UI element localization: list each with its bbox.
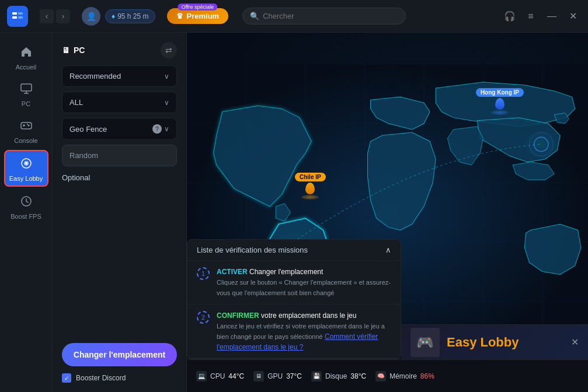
close-button[interactable]: ✕: [565, 8, 581, 24]
minimize-button[interactable]: —: [544, 8, 560, 24]
nav-arrows: ‹ ›: [40, 9, 70, 23]
chile-ip-pin[interactable]: Chile IP: [295, 173, 326, 200]
easy-lobby-banner-title: Easy Lobby: [447, 335, 519, 350]
mission-action-1: ACTIVER: [217, 268, 248, 276]
cpu-icon: 💻: [196, 371, 207, 382]
mission-title-text-1: Changer l'emplacement: [249, 268, 323, 276]
chevron-down-icon: ∨: [164, 125, 169, 133]
left-panel: 🖥 PC ⇄ Recommended ∨ ALL ∨ Geo Fence ? ∨: [53, 33, 187, 392]
switch-icon[interactable]: ⇄: [161, 42, 177, 58]
home-icon: [20, 46, 33, 61]
sidebar-item-label: Boost FPS: [11, 213, 41, 220]
chevron-down-icon: ∨: [164, 99, 169, 107]
mission-num-2: 2: [197, 311, 210, 324]
logo[interactable]: [7, 6, 28, 27]
svg-rect-4: [21, 84, 32, 91]
panel-title: 🖥 PC: [62, 46, 85, 55]
discord-booster-label: Booster Discord: [76, 374, 126, 382]
panel-pc-icon: 🖥: [62, 46, 70, 55]
memory-label: Mémoire: [389, 372, 417, 380]
premium-button[interactable]: ♛ Premium: [167, 8, 229, 24]
memory-icon: 🧠: [375, 371, 386, 382]
mission-desc-1: Cliquez sur le bouton « Changer l'emplac…: [217, 279, 391, 296]
svg-rect-1: [12, 16, 17, 19]
time-value: 95 h 25 m: [117, 12, 148, 20]
gpu-status: 🖥 GPU 37°C: [253, 371, 302, 382]
chile-pin-glow: [301, 195, 319, 200]
forward-button[interactable]: ›: [56, 9, 70, 23]
support-button[interactable]: 🎧: [502, 8, 518, 24]
mission-item-1: 1 ACTIVER Changer l'emplacement Cliquez …: [187, 261, 401, 304]
premium-button-wrap: Offre spéciale ♛ Premium: [167, 8, 229, 24]
geo-fence-label: Geo Fence: [69, 125, 107, 134]
sidebar-item-label: PC: [22, 100, 30, 107]
mission-title-2: votre emplacement dans le jeu: [261, 312, 356, 320]
sidebar-item-label: Accueil: [16, 64, 36, 71]
recommended-label: Recommended: [69, 72, 121, 80]
sidebar-item-easy-lobby[interactable]: Easy Lobby: [4, 150, 48, 187]
mission-text-2: CONFIRMER votre emplacement dans le jeu …: [217, 310, 391, 352]
search-icon: 🔍: [250, 12, 259, 20]
content: 🖥 PC ⇄ Recommended ∨ ALL ∨ Geo Fence ? ∨: [53, 33, 588, 392]
close-banner-button[interactable]: ✕: [571, 337, 579, 348]
discord-checkbox[interactable]: ✓: [62, 373, 71, 383]
sidebar: Accueil PC Console: [0, 33, 53, 392]
collapse-icon[interactable]: ∧: [385, 246, 391, 254]
cpu-label: CPU: [210, 372, 225, 380]
map-area: Chile IP Hong Kong IP Afficher l'heure r…: [187, 33, 588, 392]
memory-status: 🧠 Mémoire 86%: [375, 371, 434, 382]
sidebar-item-pc[interactable]: PC: [4, 76, 48, 111]
help-icon: ?: [152, 124, 162, 134]
sidebar-item-label: Console: [14, 137, 37, 144]
disk-status: 💾 Disque 38°C: [311, 371, 366, 382]
time-badge: ♦ 95 h 25 m: [105, 9, 155, 23]
gpu-label: GPU: [267, 372, 283, 380]
offre-badge: Offre spéciale: [178, 4, 217, 10]
disk-value: 38°C: [350, 372, 366, 380]
mission-num-1: 1: [197, 267, 210, 280]
diamond-icon: ♦: [112, 12, 115, 20]
menu-button[interactable]: ≡: [523, 8, 539, 24]
mission-checklist-title: Liste de vérification des missions: [197, 246, 308, 254]
geo-fence-dropdown[interactable]: Geo Fence ? ∨: [62, 118, 177, 140]
avatar[interactable]: 👤: [82, 7, 100, 26]
svg-point-24: [523, 130, 559, 159]
change-location-button[interactable]: Changer l'emplacement: [62, 343, 177, 366]
hongkong-ip-pin[interactable]: Hong Kong IP: [476, 88, 524, 115]
random-button[interactable]: Random: [62, 145, 177, 166]
chile-pin-label: Chile IP: [295, 173, 326, 181]
sidebar-item-console[interactable]: Console: [4, 113, 48, 148]
cpu-value: 44°C: [228, 372, 244, 380]
hongkong-pin-body: [495, 98, 505, 110]
mission-checklist: Liste de vérification des missions ∧ 1 A…: [187, 239, 401, 359]
bottom-toolbar: 💻 CPU 44°C 🖥 GPU 37°C 💾 Disque 38°C 🧠 Mé…: [187, 359, 588, 392]
main-layout: Accueil PC Console: [0, 33, 588, 392]
search-bar[interactable]: 🔍: [242, 8, 406, 24]
svg-point-10: [25, 162, 27, 164]
back-button[interactable]: ‹: [40, 9, 54, 23]
optional-label: Optional: [62, 171, 177, 184]
header-actions: 🎧 ≡ — ✕: [502, 8, 581, 24]
svg-point-6: [27, 125, 29, 127]
svg-rect-0: [12, 12, 17, 15]
all-dropdown[interactable]: ALL ∨: [62, 92, 177, 113]
disk-icon: 💾: [311, 371, 322, 382]
mission-item-2: 2 CONFIRMER votre emplacement dans le je…: [187, 304, 401, 359]
search-input[interactable]: [263, 12, 398, 20]
avatar-section: 👤 ♦ 95 h 25 m: [82, 7, 155, 26]
game-thumbnail: 🎮: [410, 328, 440, 357]
premium-label: Premium: [187, 12, 220, 20]
sidebar-item-accueil[interactable]: Accueil: [4, 40, 48, 74]
mission-checklist-header: Liste de vérification des missions ∧: [187, 240, 401, 261]
svg-rect-2: [18, 12, 23, 15]
svg-rect-5: [21, 123, 32, 129]
hongkong-pin-label: Hong Kong IP: [476, 88, 524, 97]
svg-point-7: [27, 124, 28, 125]
recommended-dropdown[interactable]: Recommended ∨: [62, 65, 177, 87]
disk-label: Disque: [325, 372, 347, 380]
easy-lobby-banner: 🎮 Easy Lobby ✕: [401, 324, 588, 359]
sidebar-item-boost-fps[interactable]: Boost FPS: [4, 189, 48, 223]
boost-fps-icon: [20, 195, 33, 211]
gpu-value: 37°C: [286, 372, 302, 380]
console-icon: [20, 119, 33, 135]
